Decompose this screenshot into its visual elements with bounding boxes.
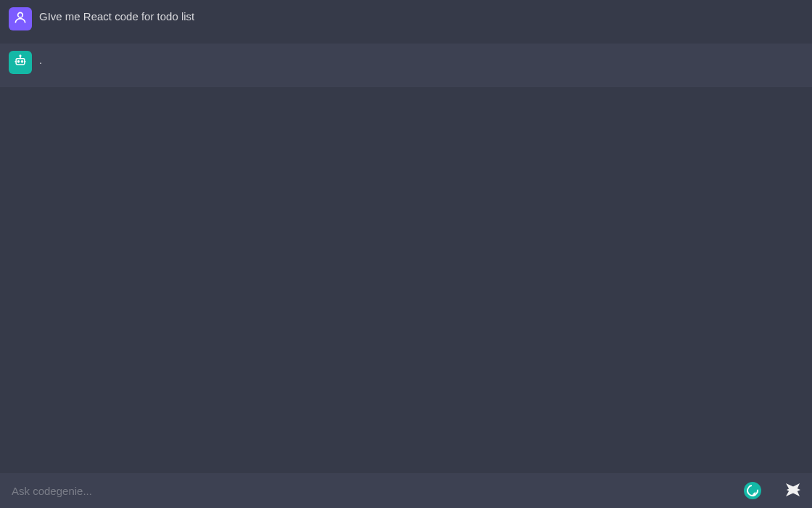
- send-icon: [784, 481, 802, 501]
- messages-container: GIve me React code for todo list .: [0, 0, 812, 473]
- robot-icon: [13, 54, 28, 71]
- user-message-text: GIve me React code for todo list: [39, 7, 194, 24]
- input-bar: [0, 473, 812, 508]
- svg-point-0: [18, 12, 23, 17]
- user-message-row: GIve me React code for todo list: [0, 0, 812, 44]
- bot-message-row: .: [0, 44, 812, 87]
- bot-avatar: [9, 51, 32, 74]
- svg-point-5: [20, 55, 21, 57]
- svg-point-2: [17, 61, 19, 62]
- bot-message-text: .: [39, 51, 42, 67]
- send-button[interactable]: [783, 480, 803, 501]
- person-icon: [13, 10, 28, 28]
- svg-point-3: [21, 61, 22, 62]
- user-avatar: [9, 7, 32, 30]
- chat-input[interactable]: [12, 485, 737, 497]
- grammarly-icon[interactable]: [744, 482, 761, 499]
